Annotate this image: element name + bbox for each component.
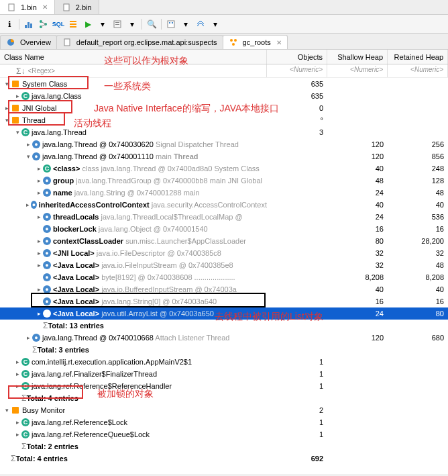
svg-rect-4 bbox=[30, 23, 32, 28]
expander-icon[interactable]: ▸ bbox=[35, 189, 43, 197]
close-icon[interactable]: ✕ bbox=[276, 39, 282, 46]
expander-icon[interactable]: ▸ bbox=[13, 430, 21, 438]
expander-icon[interactable]: ▸ bbox=[35, 261, 43, 269]
object-icon: ● bbox=[43, 225, 51, 233]
row-class[interactable]: ▸Cjava.lang.ref.Reference$ReferenceHandl… bbox=[0, 380, 448, 392]
expander-icon[interactable]: ▾ bbox=[24, 152, 32, 160]
sql-icon[interactable]: SQL bbox=[52, 17, 65, 31]
col-retained[interactable]: Retained Heap bbox=[388, 50, 448, 64]
run-icon[interactable]: ▶ bbox=[81, 17, 95, 31]
object-icon: ● bbox=[43, 261, 51, 269]
row-total[interactable]: ΣTotal: 13 entries bbox=[0, 320, 448, 332]
tab-overview[interactable]: Overview bbox=[0, 35, 57, 49]
tab-gcroots[interactable]: gc_roots ✕ bbox=[223, 35, 288, 49]
expander-icon[interactable]: ▸ bbox=[35, 285, 43, 293]
dropdown-icon[interactable]: ▾ bbox=[179, 17, 192, 31]
tree-body[interactable]: ▾System Class 635 ▸Cjava.lang.Class 635 … bbox=[0, 78, 448, 474]
row-class[interactable]: ▸Ccom.intellij.rt.execution.application.… bbox=[0, 356, 448, 368]
toolbar: ℹ SQL ▶ ▾ ▾ 🔍 ▾ ▾ bbox=[0, 15, 448, 34]
row-busy-monitor[interactable]: ▾Busy Monitor 2 bbox=[0, 404, 448, 416]
expander-icon[interactable]: ▸ bbox=[25, 201, 31, 209]
row-field[interactable]: ▸C<class> class java.lang.Thread @ 0x740… bbox=[0, 162, 448, 175]
filter-numeric[interactable]: <Numeric> bbox=[327, 64, 388, 77]
filter-row: Σ↓ <Regex> <Numeric> <Numeric> <Numeric> bbox=[0, 64, 448, 78]
svg-rect-1 bbox=[64, 4, 69, 11]
filter-numeric[interactable]: <Numeric> bbox=[267, 64, 327, 77]
row-field[interactable]: ▸●group java.lang.ThreadGroup @ 0x740000… bbox=[0, 175, 448, 187]
row-field[interactable]: ▸●threadLocals java.lang.ThreadLocal$Thr… bbox=[0, 211, 448, 223]
row-field[interactable]: ●<Java Local> java.lang.String[0] @ 0x74… bbox=[0, 295, 448, 307]
row-total[interactable]: ΣTotal: 4 entries bbox=[0, 392, 448, 404]
tree-icon[interactable] bbox=[37, 17, 50, 31]
row-thread-instance[interactable]: ▸●java.lang.Thread @ 0x740010668 Attach … bbox=[0, 332, 448, 344]
row-selected[interactable]: ▸<Java Local> java.util.ArrayList @ 0x74… bbox=[0, 307, 448, 320]
tab-label: gc_roots bbox=[243, 38, 271, 46]
row-field[interactable]: ▸●<Java Local> java.io.BufferedInputStre… bbox=[0, 283, 448, 295]
filter-regex[interactable]: Σ↓ <Regex> bbox=[0, 64, 267, 77]
expander-icon[interactable]: ▸ bbox=[35, 177, 43, 185]
expander-icon[interactable]: ▾ bbox=[3, 406, 11, 414]
row-total[interactable]: ΣTotal: 3 entries bbox=[0, 344, 448, 356]
row-total[interactable]: ΣTotal: 2 entries bbox=[0, 440, 448, 453]
dropdown-icon[interactable]: ▾ bbox=[209, 17, 222, 31]
editor-tab-2[interactable]: 2.bin bbox=[55, 0, 99, 14]
expander-icon[interactable]: ▸ bbox=[13, 92, 21, 100]
filter-numeric[interactable]: <Numeric> bbox=[388, 64, 448, 77]
row-java-lang-class[interactable]: ▸Cjava.lang.Class 635 bbox=[0, 90, 448, 102]
row-thread-instance[interactable]: ▸●java.lang.Thread @ 0x740030620 Signal … bbox=[0, 138, 448, 150]
expander-icon[interactable]: ▾ bbox=[3, 80, 11, 88]
svg-point-21 bbox=[232, 43, 235, 46]
row-system-class[interactable]: ▾System Class 635 bbox=[0, 78, 448, 90]
col-objects[interactable]: Objects bbox=[267, 50, 327, 64]
row-field[interactable]: ●blockerLock java.lang.Object @ 0x740001… bbox=[0, 223, 448, 235]
class-icon: C bbox=[21, 418, 30, 426]
expander-icon[interactable]: ▾ bbox=[13, 128, 21, 136]
row-jni-global[interactable]: ▸JNI Global 0 bbox=[0, 102, 448, 114]
expander-icon[interactable]: ▸ bbox=[13, 418, 21, 426]
row-field[interactable]: ●<Java Local> byte[8192] @ 0x740038608 .… bbox=[0, 271, 448, 283]
expander-icon[interactable]: ▸ bbox=[24, 140, 32, 148]
expander-icon[interactable]: ▸ bbox=[3, 104, 11, 112]
expander-icon[interactable]: ▸ bbox=[24, 334, 32, 342]
dropdown-icon[interactable]: ▾ bbox=[96, 17, 109, 31]
expander-icon[interactable]: ▸ bbox=[35, 213, 43, 221]
tab-report[interactable]: default_report org.eclipse.mat.api:suspe… bbox=[56, 35, 223, 49]
svg-rect-9 bbox=[70, 23, 76, 25]
editor-tab-1[interactable]: 1.bin ✕ bbox=[0, 0, 55, 14]
expander-icon[interactable]: ▸ bbox=[35, 237, 43, 245]
expander-icon[interactable]: ▸ bbox=[13, 382, 21, 390]
row-field[interactable]: ▸●<Java Local> java.io.FileInputStream @… bbox=[0, 259, 448, 271]
expander-icon[interactable]: ▸ bbox=[35, 249, 43, 257]
pie-icon bbox=[6, 38, 15, 47]
expander-icon[interactable]: ▸ bbox=[35, 310, 43, 318]
row-thread[interactable]: ▾Thread ° bbox=[0, 114, 448, 126]
row-total[interactable]: ΣTotal: 4 entries 692 bbox=[0, 453, 448, 465]
row-field[interactable]: ▸●contextClassLoader sun.misc.Launcher$A… bbox=[0, 235, 448, 247]
row-thread-instance[interactable]: ▾●java.lang.Thread @ 0x740001110 main Th… bbox=[0, 150, 448, 162]
histogram-icon[interactable] bbox=[22, 17, 36, 31]
row-class[interactable]: ▸Cjava.lang.ref.ReferenceQueue$Lock 1 bbox=[0, 428, 448, 440]
dropdown-icon[interactable]: ▾ bbox=[125, 17, 139, 31]
row-field[interactable]: ▸●inheritedAccessControlContext java.sec… bbox=[0, 199, 448, 211]
report-icon[interactable] bbox=[111, 17, 124, 31]
threads-icon[interactable] bbox=[66, 17, 80, 31]
expander-icon[interactable]: ▸ bbox=[13, 358, 21, 366]
row-field[interactable]: ▸●name java.lang.String @ 0x740001288 ma… bbox=[0, 187, 448, 199]
info-icon[interactable]: ℹ bbox=[3, 17, 16, 31]
row-java-lang-thread[interactable]: ▾Cjava.lang.Thread 3 bbox=[0, 126, 448, 138]
row-class[interactable]: ▸Cjava.lang.ref.Finalizer$FinalizerThrea… bbox=[0, 368, 448, 380]
search-icon[interactable]: 🔍 bbox=[145, 17, 158, 31]
expander-icon[interactable]: ▸ bbox=[35, 164, 43, 173]
row-field[interactable]: ▸●<JNI Local> java.io.FileDescriptor @ 0… bbox=[0, 247, 448, 259]
object-icon: ● bbox=[43, 189, 51, 197]
svg-rect-10 bbox=[70, 26, 76, 28]
close-icon[interactable]: ✕ bbox=[42, 3, 48, 11]
row-class[interactable]: ▸Cjava.lang.ref.Reference$Lock 1 bbox=[0, 416, 448, 428]
calc-icon[interactable] bbox=[164, 17, 178, 31]
expand-icon[interactable] bbox=[194, 17, 207, 31]
object-icon: ● bbox=[43, 249, 51, 257]
expander-icon[interactable]: ▾ bbox=[3, 116, 11, 124]
expander-icon[interactable]: ▸ bbox=[13, 370, 21, 378]
col-shallow[interactable]: Shallow Heap bbox=[327, 50, 388, 64]
col-classname[interactable]: Class Name bbox=[0, 50, 267, 64]
